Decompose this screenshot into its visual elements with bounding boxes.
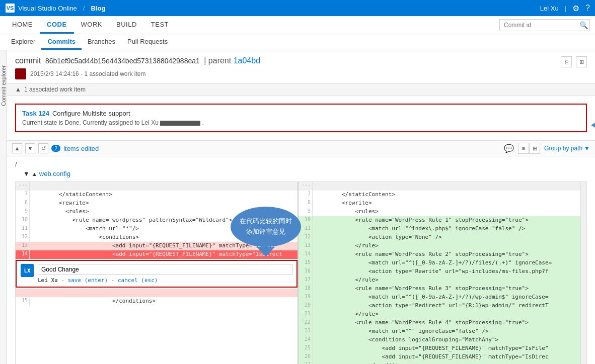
- diff-view-wrapper: ··· 7 </staticContent> 8 <rewrite> 9: [7, 181, 595, 364]
- code-callout-bubble: 在代码比较的同时 添加评审意见: [231, 207, 301, 247]
- parent-prefix: | parent: [204, 56, 231, 65]
- nav-home[interactable]: HOME: [5, 16, 40, 34]
- inline-view-button[interactable]: ≡: [518, 143, 529, 154]
- diff-toolbar-right: 💬 ≡ ⊞ Group by path ▼: [504, 143, 590, 154]
- comment-input-area: Lei Xu - save (enter) - cancel (esc): [38, 264, 292, 284]
- task-title: Configure Multisite support: [52, 110, 130, 117]
- diff-right-line-19: 19 <match url="^([_0-9a-zA-Z-]+/?)/wp-ad…: [299, 293, 580, 302]
- split-view-button[interactable]: ⊞: [529, 143, 540, 154]
- scrollbar[interactable]: [580, 182, 586, 364]
- subnav-commits[interactable]: Commits: [41, 34, 82, 50]
- work-item-task: Task 124 Configure Multisite support: [22, 110, 580, 117]
- diff-right-line-8: 8 <rewrite>: [299, 199, 580, 208]
- task-desc: Current state is Done. Currently assigne…: [22, 119, 580, 126]
- navbar-search-area: 🔍: [499, 16, 590, 34]
- work-item-area: Task 124 Configure Multisite support Cur…: [7, 96, 595, 140]
- diff-right-line-20: 20 <action type="Redirect" url="{R:1}wp-…: [299, 302, 580, 310]
- task-desc-prefix: Current state is Done. Currently assigne…: [22, 119, 159, 126]
- folder-expand-icon[interactable]: ▼: [23, 170, 30, 177]
- diff-right-line-16: 16 <action type="Rewrite" url="wp-includ…: [299, 267, 580, 276]
- diff-right-line-26: 26 <add input="{REQUEST_FILENAME}" match…: [299, 353, 580, 361]
- subnav-explorer[interactable]: Explorer: [5, 34, 41, 50]
- comment-input-field[interactable]: [38, 264, 292, 275]
- task-id[interactable]: Task 124: [22, 110, 49, 117]
- diff-right-line-12: 12 <action type="None" />: [299, 233, 580, 242]
- side-panel[interactable]: Commit explorer: [0, 50, 7, 364]
- expand-all-button[interactable]: ▼: [25, 143, 35, 153]
- parent-hash-link[interactable]: 1a04bd: [234, 56, 260, 65]
- subnav-pull-requests[interactable]: Pull Requests: [121, 34, 174, 50]
- nav-work[interactable]: WORK: [74, 16, 109, 34]
- diff-right-line-10: 10 <rule name="WordPress Rule 1" stopPro…: [299, 216, 580, 225]
- comment-sep1: -: [61, 277, 67, 284]
- diff-right-line-23: 23 <match url="^" ignoreCase="false" />: [299, 327, 580, 336]
- group-by-dropdown[interactable]: Group by path ▼: [544, 145, 590, 152]
- diff-right-line-15: 15 <match url="^([_0-9a-zA-Z-]+/?)/files…: [299, 259, 580, 267]
- refresh-button[interactable]: ↺: [38, 143, 48, 153]
- task-desc-period: .: [202, 119, 204, 126]
- comment-actions: Lei Xu - save (enter) - cancel (esc): [38, 277, 292, 284]
- topbar-left: VS Visual Studio Online / Blog: [5, 3, 105, 13]
- diff-toolbar-left: ▲ ▼ ↺ 2 items edited: [12, 143, 99, 153]
- copy-button-1[interactable]: ⎘: [561, 56, 572, 67]
- svg-text:VS: VS: [7, 5, 14, 11]
- diff-right-line-13: 13 </rule>: [299, 242, 580, 250]
- diff-right-line-14: 14 <rule name="WordPress Rule 2" stopPro…: [299, 250, 580, 259]
- content-area: commit 86b1ef9c5ad44b15e4434bed573138804…: [7, 50, 595, 364]
- diff-right-pane: ··· 7 </staticContent> 8 <rewrite> 9: [298, 182, 580, 364]
- app-logo[interactable]: VS Visual Studio Online: [5, 3, 77, 13]
- diff-toolbar: ▲ ▼ ↺ 2 items edited 💬 ≡ ⊞ Group by path…: [7, 140, 595, 156]
- commit-search-input[interactable]: [504, 22, 579, 29]
- diff-right-line-18: 18 <rule name="WordPress Rule 3" stopPro…: [299, 285, 580, 293]
- group-by-label: Group by path: [544, 145, 582, 152]
- code-callout-text: 在代码比较的同时 添加评审意见: [240, 216, 292, 237]
- search-icon[interactable]: 🔍: [579, 21, 588, 29]
- commit-header: commit 86b1ef9c5ad44b15e4434bed573138804…: [7, 50, 595, 83]
- subnav: Explorer Commits Branches Pull Requests: [0, 34, 595, 50]
- wi-expand-icon: ▲: [15, 86, 21, 93]
- comment-cancel-link[interactable]: cancel (esc): [118, 277, 158, 284]
- comment-save-link[interactable]: save (enter): [68, 277, 108, 284]
- comment-avatar: LX: [21, 264, 34, 277]
- group-by-chevron: ▼: [584, 145, 590, 152]
- navbar: HOME CODE WORK BUILD TEST 🔍: [0, 16, 595, 34]
- comment-box: LX Lei Xu - save (enter) - cancel (esc): [16, 260, 298, 288]
- commit-prefix: commit: [15, 56, 41, 65]
- work-items-header[interactable]: ▲ 1 associated work item: [7, 83, 595, 96]
- commit-hash: 86b1ef9c5ad44b15e4434bed5731388042988ea1: [45, 57, 200, 65]
- side-panel-label: Commit explorer: [1, 65, 7, 106]
- nav-test[interactable]: TEST: [144, 16, 176, 34]
- diff-left-line-7: 7 </staticContent>: [16, 191, 298, 199]
- split-diff: ··· 7 </staticContent> 8 <rewrite> 9: [15, 181, 587, 364]
- project-name[interactable]: Blog: [91, 5, 105, 12]
- diff-right-line-21: 21 </rule>: [299, 310, 580, 319]
- diff-right-line-7: 7 </staticContent>: [299, 191, 580, 199]
- diff-ellipsis-left: ···: [16, 182, 298, 191]
- diff-right-line-22: 22 <rule name="WordPress Rule 4" stopPro…: [299, 319, 580, 327]
- diff-right-line-17: 17 </rule>: [299, 276, 580, 285]
- app-name-label: Visual Studio Online: [18, 5, 77, 12]
- nav-build[interactable]: BUILD: [109, 16, 144, 34]
- diff-ellipsis-right: ···: [299, 182, 580, 191]
- help-icon[interactable]: ?: [585, 4, 590, 13]
- task-callout-area: 与当前代码改动相关的 任务: [591, 110, 595, 141]
- copy-button-2[interactable]: ⊞: [576, 56, 587, 67]
- items-edited-label: items edited: [63, 145, 99, 152]
- topbar-divider: /: [83, 5, 85, 12]
- commit-search-box: 🔍: [499, 19, 590, 31]
- comment-author: Lei Xu: [38, 277, 58, 284]
- diff-right-line-11: 11 <match url="^index\.php$" ignoreCase=…: [299, 225, 580, 233]
- nav-code[interactable]: CODE: [40, 16, 74, 34]
- comment-sep2: -: [111, 277, 118, 284]
- diff-left-line-bottom: [16, 289, 298, 297]
- collapse-all-button[interactable]: ▲: [12, 143, 22, 153]
- comment-icon[interactable]: 💬: [504, 144, 514, 153]
- settings-icon[interactable]: ⚙: [572, 4, 579, 13]
- diff-right-line-25: 25 <add input="{REQUEST_FILENAME}" match…: [299, 344, 580, 353]
- subnav-branches[interactable]: Branches: [82, 34, 121, 50]
- view-toggle: ≡ ⊞: [518, 143, 540, 154]
- file-link[interactable]: web.config: [39, 170, 70, 177]
- work-item-card: Task 124 Configure Multisite support Cur…: [15, 104, 587, 132]
- topbar-right: Lei Xu | ⚙ ?: [540, 4, 590, 13]
- commit-title: commit 86b1ef9c5ad44b15e4434bed573138804…: [15, 56, 260, 65]
